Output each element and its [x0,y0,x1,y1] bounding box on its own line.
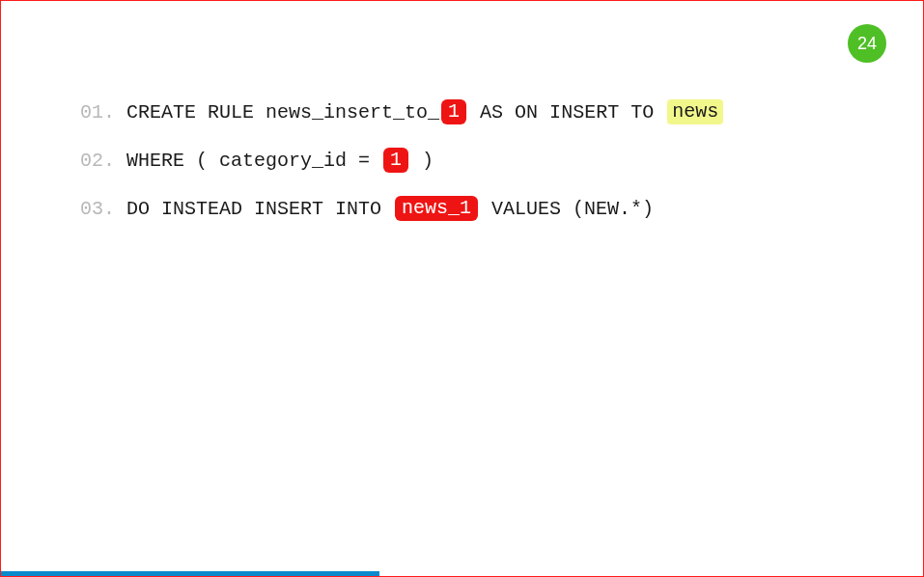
line-dot: . [103,198,126,220]
line-number: 01 [80,101,103,124]
highlight-red: 1 [383,148,408,173]
code-block: 01. CREATE RULE news_insert_to_1 AS ON I… [80,99,725,244]
code-seg: ) [410,150,434,172]
progress-bar [1,571,379,576]
code-line-1: 01. CREATE RULE news_insert_to_1 AS ON I… [80,99,725,124]
code-seg: VALUES (NEW.*) [480,198,654,220]
code-line-2: 02. WHERE ( category_id = 1 ) [80,148,725,173]
line-dot: . [103,150,126,172]
page-number-badge: 24 [848,24,886,63]
code-seg: DO INSTEAD INSERT INTO [126,198,393,220]
line-number: 02 [80,150,103,172]
highlight-red: news_1 [395,196,478,221]
line-number: 03 [80,198,103,220]
highlight-red: 1 [441,99,466,124]
slide: 24 01. CREATE RULE news_insert_to_1 AS O… [0,0,924,577]
code-line-3: 03. DO INSTEAD INSERT INTO news_1 VALUES… [80,196,725,221]
code-seg: AS ON INSERT TO [468,101,665,124]
highlight-yellow: news [667,99,723,124]
line-dot: . [103,101,126,124]
code-seg: CREATE RULE news_insert_to_ [126,101,439,124]
code-seg: WHERE ( category_id = [126,150,381,172]
